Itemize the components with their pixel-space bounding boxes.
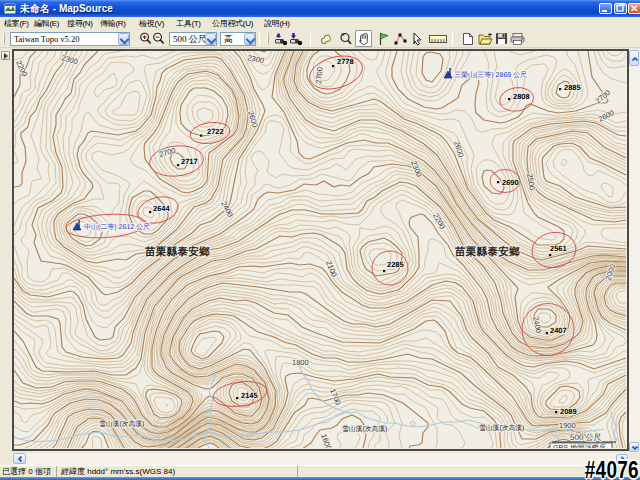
svg-text:1600: 1600: [319, 433, 333, 448]
svg-text:2561: 2561: [550, 244, 567, 253]
svg-text:苗栗縣泰安鄉: 苗栗縣泰安鄉: [454, 245, 520, 258]
svg-text:2145: 2145: [241, 391, 258, 400]
svg-text:2089: 2089: [560, 407, 577, 416]
svg-text:雪山溪(次高溪): 雪山溪(次高溪): [342, 425, 387, 433]
svg-text:三榮山(三等) 2869 公尺: 三榮山(三等) 2869 公尺: [454, 71, 527, 79]
svg-text:2885: 2885: [564, 83, 581, 92]
svg-text:500 公尺: 500 公尺: [570, 433, 602, 442]
svg-text:2690: 2690: [502, 178, 519, 187]
svg-text:GPS 地圖評鑑度: GPS 地圖評鑑度: [553, 443, 606, 448]
svg-text:2407: 2407: [550, 326, 567, 335]
svg-text:2100: 2100: [324, 259, 339, 278]
svg-text:2700: 2700: [158, 146, 176, 159]
svg-text:2644: 2644: [153, 204, 171, 213]
svg-text:2722: 2722: [207, 127, 224, 136]
svg-text:雪山溪(次高溪): 雪山溪(次高溪): [99, 420, 144, 428]
svg-text:2500: 2500: [525, 173, 537, 191]
svg-text:2200: 2200: [14, 59, 29, 78]
svg-text:1800: 1800: [292, 358, 309, 367]
svg-text:2300: 2300: [247, 53, 265, 65]
svg-text:中山(二等) 2612 公尺: 中山(二等) 2612 公尺: [84, 223, 150, 231]
svg-text:1900: 1900: [559, 421, 576, 430]
svg-text:2285: 2285: [387, 260, 404, 269]
svg-text:2600: 2600: [452, 140, 466, 159]
svg-text:1700: 1700: [328, 387, 343, 406]
svg-text:2700: 2700: [314, 67, 324, 84]
svg-text:2400: 2400: [219, 200, 235, 219]
svg-text:苗栗縣泰安鄉: 苗栗縣泰安鄉: [144, 245, 210, 258]
svg-text:2778: 2778: [337, 57, 354, 66]
svg-text:2300: 2300: [409, 159, 424, 178]
svg-text:2300: 2300: [60, 53, 78, 66]
svg-text:2717: 2717: [181, 157, 198, 166]
svg-text:2808: 2808: [513, 92, 530, 101]
svg-text:2400: 2400: [531, 316, 543, 334]
svg-text:雪山溪(次高溪): 雪山溪(次高溪): [479, 424, 524, 432]
